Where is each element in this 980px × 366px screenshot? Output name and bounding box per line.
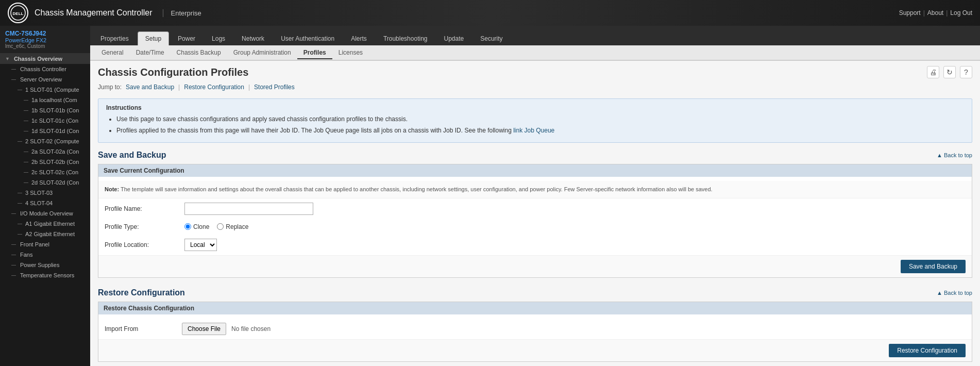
sidebar-item-12[interactable]: —2d SLOT-02d (Con xyxy=(0,177,90,188)
sidebar-item-17[interactable]: —A2 Gigabit Ethernet xyxy=(0,229,90,239)
jump-to-label: Jump to: xyxy=(98,84,122,91)
import-from-label: Import From xyxy=(105,325,177,332)
save-backup-content: Save Current Configuration Note: The tem… xyxy=(98,164,972,278)
sidebar-item-label-16: A1 Gigabit Ethernet xyxy=(25,221,75,227)
sub-tab-licenses[interactable]: Licenses xyxy=(332,47,369,59)
sidebar-item-8[interactable]: —2 SLOT-02 (Compute xyxy=(0,136,90,146)
sidebar-item-label-4: 1a localhost (Com xyxy=(31,97,77,103)
help-button[interactable]: ? xyxy=(960,66,972,78)
jump-to-nav: Jump to: Save and Backup | Restore Confi… xyxy=(98,84,972,91)
radio-replace[interactable] xyxy=(217,223,224,230)
sub-tab-date/time[interactable]: Date/Time xyxy=(130,47,171,59)
tree-dot-icon: — xyxy=(24,97,28,103)
jump-restore[interactable]: Restore Configuration xyxy=(184,84,244,91)
jump-save-backup[interactable]: Save and Backup xyxy=(126,84,174,91)
tree-dot-icon: — xyxy=(24,118,28,123)
sidebar-item-14[interactable]: —4 SLOT-04 xyxy=(0,198,90,208)
profile-name-input[interactable] xyxy=(184,203,313,215)
back-to-top-2[interactable]: ▲ Back to top xyxy=(937,290,972,296)
main-tab-troubleshooting[interactable]: Troubleshooting xyxy=(376,31,435,45)
tree-dot-icon: — xyxy=(18,139,22,144)
device-info: CMC-7S6J942 PowerEdge FX2 lmc_e6c, Custo… xyxy=(0,26,90,54)
instructions-list: Use this page to save chassis configurat… xyxy=(106,114,964,135)
save-backup-header: Save and Backup ▲ Back to top xyxy=(98,151,972,160)
tree-dash-icon: — xyxy=(11,211,16,216)
support-link[interactable]: Support xyxy=(899,9,921,16)
tree-dash-icon: — xyxy=(11,66,16,72)
main-tab-network[interactable]: Network xyxy=(234,31,272,45)
profile-name-label: Profile Name: xyxy=(105,205,177,212)
sub-tab-bar: GeneralDate/TimeChassis BackupGroup Admi… xyxy=(90,45,980,61)
sub-tab-profiles[interactable]: Profiles xyxy=(297,47,332,59)
sidebar-item-18[interactable]: —Front Panel xyxy=(0,239,90,249)
choose-file-button[interactable]: Choose File xyxy=(182,323,226,335)
sidebar-tree: ▼Chassis Overview—Chassis Controller—Ser… xyxy=(0,54,90,280)
restore-content: Restore Chassis Configuration Import Fro… xyxy=(98,302,972,362)
restore-button[interactable]: Restore Configuration xyxy=(889,344,966,357)
sidebar-item-11[interactable]: —2c SLOT-02c (Con xyxy=(0,167,90,177)
tree-dot-icon: — xyxy=(18,221,22,226)
restore-header: Restore Configuration ▲ Back to top xyxy=(98,288,972,297)
sidebar-item-10[interactable]: —2b SLOT-02b (Con xyxy=(0,157,90,167)
print-button[interactable]: 🖨 xyxy=(927,66,939,78)
sidebar-item-4[interactable]: —1a localhost (Com xyxy=(0,95,90,105)
jump-stored[interactable]: Stored Profiles xyxy=(254,84,295,91)
main-tab-setup[interactable]: Setup xyxy=(138,31,169,45)
content-area: Chassis Configuration Profiles 🖨 ↻ ? Jum… xyxy=(90,61,980,366)
sidebar-item-label-21: Temperature Sensors xyxy=(20,272,74,278)
sidebar-item-label-9: 2a SLOT-02a (Con xyxy=(31,148,79,155)
main-tab-power[interactable]: Power xyxy=(170,31,203,45)
sidebar-item-5[interactable]: —1b SLOT-01b (Con xyxy=(0,105,90,115)
sidebar-item-16[interactable]: —A1 Gigabit Ethernet xyxy=(0,219,90,229)
sidebar-item-3[interactable]: —1 SLOT-01 (Compute xyxy=(0,85,90,95)
radio-clone[interactable] xyxy=(184,223,191,230)
sidebar: CMC-7S6J942 PowerEdge FX2 lmc_e6c, Custo… xyxy=(0,26,90,366)
logout-link[interactable]: Log Out xyxy=(950,9,972,16)
sidebar-item-6[interactable]: —1c SLOT-01c (Con xyxy=(0,115,90,126)
sidebar-item-0[interactable]: ▼Chassis Overview xyxy=(0,54,90,64)
profile-location-label: Profile Location: xyxy=(105,241,177,248)
back-to-top-1[interactable]: ▲ Back to top xyxy=(937,152,972,158)
sidebar-item-1[interactable]: —Chassis Controller xyxy=(0,64,90,74)
sidebar-item-19[interactable]: —Fans xyxy=(0,249,90,260)
sub-tab-general[interactable]: General xyxy=(95,47,130,59)
page-actions: 🖨 ↻ ? xyxy=(927,66,972,78)
sidebar-item-13[interactable]: —3 SLOT-03 xyxy=(0,188,90,198)
radio-clone-label[interactable]: Clone xyxy=(184,223,209,230)
main-tab-logs[interactable]: Logs xyxy=(204,31,233,45)
app-title: Chassis Management Controller xyxy=(35,8,153,18)
main-tab-security[interactable]: Security xyxy=(472,31,510,45)
svg-text:DELL: DELL xyxy=(13,11,24,16)
main-tab-properties[interactable]: Properties xyxy=(93,31,137,45)
about-link[interactable]: About xyxy=(927,9,943,16)
sidebar-item-20[interactable]: —Power Supplies xyxy=(0,260,90,270)
sub-tab-chassis-backup[interactable]: Chassis Backup xyxy=(171,47,227,59)
profile-type-row: Profile Type: Clone Replace xyxy=(98,219,972,235)
main-tab-user-authentication[interactable]: User Authentication xyxy=(273,31,342,45)
tree-dot-icon: — xyxy=(24,149,28,154)
sidebar-item-label-0: Chassis Overview xyxy=(14,56,62,62)
sidebar-item-21[interactable]: —Temperature Sensors xyxy=(0,270,90,280)
main-tab-alerts[interactable]: Alerts xyxy=(343,31,375,45)
refresh-button[interactable]: ↻ xyxy=(943,66,956,78)
header-nav: Support | About | Log Out xyxy=(899,9,972,16)
sidebar-item-15[interactable]: —I/O Module Overview xyxy=(0,208,90,219)
sidebar-item-7[interactable]: —1d SLOT-01d (Con xyxy=(0,126,90,136)
page-header: Chassis Configuration Profiles 🖨 ↻ ? xyxy=(98,66,972,78)
tree-expand-icon: ▼ xyxy=(5,56,10,61)
no-file-text: No file chosen xyxy=(231,325,271,332)
sidebar-item-label-17: A2 Gigabit Ethernet xyxy=(25,231,75,237)
sidebar-item-2[interactable]: —Server Overview xyxy=(0,74,90,85)
save-backup-sub-title: Save Current Configuration xyxy=(98,164,972,177)
restore-sub-title: Restore Chassis Configuration xyxy=(98,302,972,314)
instructions-title: Instructions xyxy=(106,104,964,111)
profile-location-row: Profile Location: Local xyxy=(98,235,972,255)
job-queue-link[interactable]: link Job Queue xyxy=(513,127,554,134)
profile-location-select[interactable]: Local xyxy=(184,239,217,251)
sub-tab-group-administration[interactable]: Group Administration xyxy=(227,47,297,59)
save-backup-button[interactable]: Save and Backup xyxy=(901,260,966,273)
sidebar-item-9[interactable]: —2a SLOT-02a (Con xyxy=(0,146,90,157)
main-tab-update[interactable]: Update xyxy=(436,31,472,45)
radio-replace-label[interactable]: Replace xyxy=(217,223,248,230)
main-tab-bar: PropertiesSetupPowerLogsNetworkUser Auth… xyxy=(90,26,980,45)
